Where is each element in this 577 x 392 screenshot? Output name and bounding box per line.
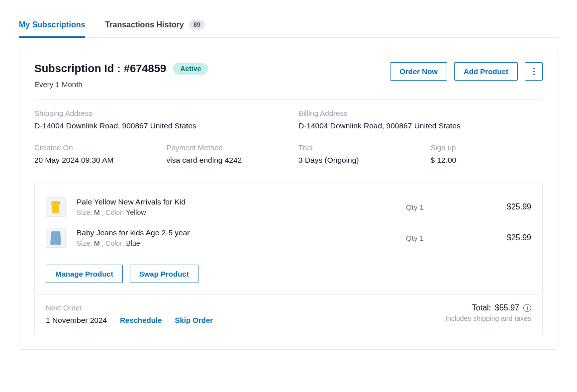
meta-grid: Created On 20 May 2024 09:30 AM Payment … [34,143,543,165]
products-box: Pale Yellow New Arrivals for Kid Size: M… [34,183,543,294]
created-on-value: 20 May 2024 09:30 AM [34,156,147,165]
product-info: Pale Yellow New Arrivals for Kid Size: M… [77,197,368,216]
tab-my-subscriptions[interactable]: My Subscriptions [19,20,85,37]
info-icon[interactable]: i [523,304,531,312]
address-grid: Shipping Address D-14004 Downlink Road, … [34,109,543,130]
shipping-address-block: Shipping Address D-14004 Downlink Road, … [34,109,279,130]
product-info: Baby Jeans for kids Age 2-5 year Size: M… [77,228,368,247]
subscription-card: Subscription Id : #674859 Active Every 1… [19,48,558,350]
total-label: Total: [472,303,491,312]
payment-method-value: visa card ending 4242 [167,156,279,165]
tab-transactions-history[interactable]: Transactions History 89 [105,20,205,37]
product-price: $25.99 [462,233,531,242]
next-order-date: 1 November 2024 [46,316,107,325]
status-badge: Active [173,63,208,75]
vertical-dots-icon [533,68,535,75]
tab-transactions-history-label: Transactions History [105,20,184,29]
transactions-count-badge: 89 [189,20,205,29]
product-actions: Manage Product Swap Product [46,265,531,283]
add-product-button[interactable]: Add Product [454,62,518,81]
product-qty: Qty 1 [375,203,455,211]
total-value: $55.97 [495,303,519,312]
next-order-block: Next Order 1 November 2024 Reschedule Sk… [46,303,213,325]
created-on-label: Created On [34,143,147,152]
order-total-block: Total: $55.97 i Includes shipping and ta… [445,303,531,322]
divider [34,99,543,100]
next-order-label: Next Order [46,303,213,312]
reschedule-link[interactable]: Reschedule [120,316,162,324]
subscription-title: Subscription Id : #674859 [34,62,166,75]
product-meta: Size: M , Color: Yellow [77,208,368,216]
tab-my-subscriptions-label: My Subscriptions [19,20,85,29]
subscription-tabs: My Subscriptions Transactions History 89 [19,20,558,38]
next-order-footer: Next Order 1 November 2024 Reschedule Sk… [34,294,543,335]
order-now-button[interactable]: Order Now [390,62,447,81]
signup-label: Sign up [431,143,543,152]
shipping-address-label: Shipping Address [34,109,279,117]
billing-address-block: Billing Address D-14004 Downlink Road, 9… [298,109,543,130]
payment-method-block: Payment Method visa card ending 4242 [167,143,279,165]
shipping-address-value: D-14004 Downlink Road, 900867 United Sta… [34,121,279,130]
subscription-actions: Order Now Add Product [390,62,543,81]
trial-block: Trial 3 Days (Ongoing) [298,143,411,165]
product-price: $25.99 [462,202,531,211]
trial-value: 3 Days (Ongoing) [298,156,411,165]
billing-address-label: Billing Address [298,109,543,117]
product-qty: Qty 1 [375,234,455,242]
swap-product-button[interactable]: Swap Product [130,265,198,283]
product-row: Baby Jeans for kids Age 2-5 year Size: M… [46,225,531,256]
product-meta: Size: M , Color: Blue [77,239,368,247]
skip-order-link[interactable]: Skip Order [175,316,213,324]
product-thumbnail [46,228,66,248]
manage-product-button[interactable]: Manage Product [46,265,123,283]
signup-block: Sign up $ 12.00 [431,143,543,165]
payment-method-label: Payment Method [167,143,279,152]
total-note: Includes shipping and taxes [445,314,531,322]
trial-label: Trial [298,143,411,152]
billing-address-value: D-14004 Downlink Road, 900867 United Sta… [298,121,543,130]
product-name: Baby Jeans for kids Age 2-5 year [77,228,368,237]
product-row: Pale Yellow New Arrivals for Kid Size: M… [46,194,531,225]
created-on-block: Created On 20 May 2024 09:30 AM [34,143,147,165]
subscription-heading: Subscription Id : #674859 Active Every 1… [34,62,208,89]
product-name: Pale Yellow New Arrivals for Kid [77,197,368,206]
product-thumbnail [46,197,66,217]
subscription-frequency: Every 1 Month [34,80,208,89]
more-actions-button[interactable] [525,62,543,81]
signup-value: $ 12.00 [431,156,543,165]
